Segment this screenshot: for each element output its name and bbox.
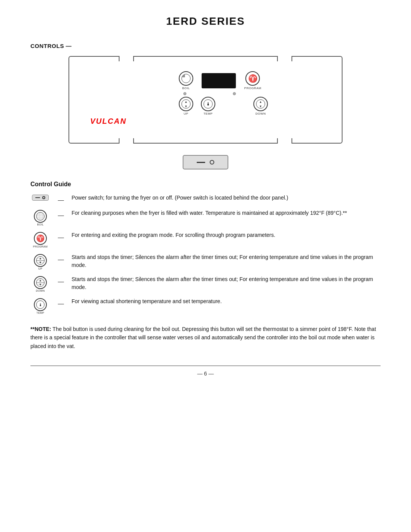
guide-text-power: Power switch; for turning the fryer on o… [72, 194, 381, 202]
page-footer: — 6 — [30, 366, 381, 377]
up-button-icon: UP [179, 97, 193, 115]
guide-item-program: ♈ PROGRAM — For entering and exiting the… [30, 231, 381, 248]
power-switch-diagram [183, 155, 228, 169]
guide-icon-boil-cell: BOIL [30, 209, 50, 226]
temp-icon: 🌡 [201, 97, 215, 111]
boil-grid [182, 74, 185, 77]
power-switch-line [197, 162, 205, 163]
up-icon-inner [182, 99, 191, 109]
guide-temp-icon-inner: 🌡 [36, 300, 45, 309]
up-arrow [185, 100, 188, 104]
controls-heading: CONTROLS — [30, 43, 381, 49]
power-switch-small-icon [32, 195, 49, 201]
note-section: **NOTE: The boil button is used during c… [30, 325, 381, 350]
power-switch-circle [210, 160, 214, 165]
vulcan-logo: VULCAN [90, 117, 126, 126]
display-screen [202, 73, 236, 88]
panel-notch-bottom-right [277, 138, 292, 144]
guide-text-boil: For cleaning purposes when the fryer is … [72, 209, 381, 217]
boil-button-icon: BOIL [179, 71, 193, 90]
page-title: 1ERD SERIES [30, 15, 381, 27]
boil-led [183, 92, 186, 95]
guide-icon-power [30, 194, 50, 201]
program-led [233, 92, 236, 95]
boil-icon [179, 71, 193, 86]
guide-program-label: PROGRAM [33, 245, 48, 248]
guide-boil-icon-inner [36, 212, 45, 220]
power-circle-icon [42, 196, 45, 199]
guide-dash: — [56, 253, 65, 263]
temp-label: TEMP [204, 112, 213, 115]
down-label: DOWN [255, 112, 266, 115]
guide-down-icon-inner: ▲ ▼ [36, 278, 45, 287]
guide-item-up: ▲ ▼ UP — Starts and stops the timer; Sil… [30, 253, 381, 270]
guide-icon-down-cell: ▲ ▼ DOWN [30, 275, 50, 292]
panel-notch-bottom-left [119, 138, 134, 144]
guide-text-program: For entering and exiting the program mod… [72, 231, 381, 239]
guide-temp-icon: 🌡 [34, 298, 47, 311]
grid-cell [182, 74, 183, 75]
program-button-icon: ♈ PROGRAM [244, 71, 261, 90]
power-line-icon [35, 197, 40, 198]
guide-text-temp: For viewing actual shortening temperatur… [72, 297, 381, 305]
note-bold-prefix: **NOTE: [30, 326, 51, 332]
guide-program-icon: ♈ [34, 232, 47, 245]
guide-item-down: ▲ ▼ DOWN — Starts and stops the timer; S… [30, 275, 381, 292]
guide-up-icon-inner: ▲ ▼ [36, 256, 45, 265]
control-buttons-area: BOIL ♈ PROGRAM [179, 71, 268, 115]
note-text: The boil button is used during cleaning … [30, 326, 376, 349]
grid-cell [184, 77, 185, 77]
down-arrow [259, 104, 262, 108]
top-button-row: BOIL ♈ PROGRAM [179, 71, 261, 90]
panel-notch-top-right [277, 56, 292, 61]
guide-up-icon: ▲ ▼ [34, 254, 47, 267]
page-number: — 6 — [197, 371, 214, 377]
temp-icon-inner: 🌡 [204, 99, 213, 109]
guide-down-icon: ▲ ▼ [34, 276, 47, 289]
guide-boil-icon [34, 210, 47, 223]
guide-item-power: — Power switch; for turning the fryer on… [30, 194, 381, 204]
panel-notch-top-left [119, 56, 134, 61]
control-panel-diagram: VULCAN [68, 56, 342, 144]
boil-icon-inner [182, 74, 191, 83]
guide-item-boil: BOIL — For cleaning purposes when the fr… [30, 209, 381, 226]
guide-text-down: Starts and stops the timer; Silences the… [72, 275, 381, 291]
guide-boil-label: BOIL [37, 223, 43, 226]
guide-down-label: DOWN [36, 289, 45, 292]
up-label: UP [184, 112, 188, 115]
guide-dash: — [56, 275, 65, 285]
guide-dash: — [56, 209, 65, 219]
guide-icon-program-cell: ♈ PROGRAM [30, 231, 50, 248]
guide-up-label: UP [38, 267, 42, 270]
guide-dash: — [56, 231, 65, 241]
control-guide-heading: Control Guide [30, 181, 381, 188]
guide-icon-up-cell: ▲ ▼ UP [30, 253, 50, 270]
up-icon [179, 97, 193, 111]
guide-dash: — [56, 297, 65, 307]
boil-label: BOIL [182, 86, 190, 90]
down-icon-inner [256, 99, 265, 109]
guide-temp-label: TEMP [37, 312, 45, 314]
guide-item-temp: 🌡 TEMP — For viewing actual shortening t… [30, 297, 381, 314]
bottom-button-row: UP 🌡 TEMP DOWN [179, 97, 268, 115]
down-button-icon: DOWN [253, 97, 268, 115]
program-icon: ♈ [245, 71, 260, 86]
control-guide-section: Control Guide — Power switch; for turnin… [30, 181, 381, 314]
guide-text-up: Starts and stops the timer; Silences the… [72, 253, 381, 269]
guide-list: — Power switch; for turning the fryer on… [30, 194, 381, 314]
down-icon [253, 97, 268, 111]
temp-button-icon: 🌡 TEMP [201, 97, 215, 115]
down-arrow-in-up [185, 104, 188, 108]
guide-dash: — [56, 194, 65, 204]
up-arrow-in-down [259, 100, 262, 104]
program-label: PROGRAM [244, 86, 261, 90]
guide-icon-temp-cell: 🌡 TEMP [30, 297, 50, 314]
